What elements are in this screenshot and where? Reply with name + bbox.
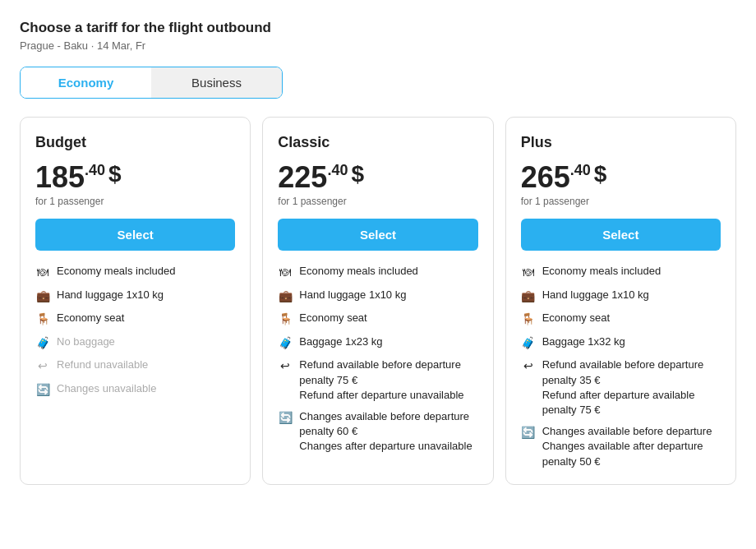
feature-icon: 🔄 [521,425,536,441]
price-main-classic: 225 [278,163,327,192]
price-row-budget: 185.40 $ [35,163,235,192]
feature-icon: 🧳 [521,335,536,352]
feature-text: Economy seat [299,311,477,325]
feature-text: Changes unavailable [57,381,235,396]
feature-text: Refund available before departure penalt… [542,358,721,418]
card-classic: Classic225.40 $for 1 passengerSelect🍽Eco… [262,117,493,485]
price-row-classic: 225.40 $ [278,163,477,192]
price-currency-plus: $ [594,163,607,186]
feature-text: Refund available before departure penalt… [299,358,477,403]
list-item: ↩Refund available before departure penal… [521,358,721,418]
card-plus: Plus265.40 $for 1 passengerSelect🍽Econom… [505,117,736,485]
feature-text: Baggage 1x32 kg [542,334,721,349]
feature-icon: 🍽 [521,265,536,281]
select-button-budget[interactable]: Select [35,219,235,251]
list-item: 🍽Economy meals included [35,264,235,281]
feature-text: Baggage 1x23 kg [299,334,477,349]
page-title: Choose a tariff for the flight outbound [20,20,736,36]
list-item: 🔄Changes unavailable [35,381,235,399]
select-button-classic[interactable]: Select [278,219,477,251]
list-item: 🪑Economy seat [278,311,477,328]
list-item: 🍽Economy meals included [521,264,721,281]
features-list-plus: 🍽Economy meals included💼Hand luggage 1x1… [521,264,721,469]
feature-text: Changes available before departure penal… [299,409,477,454]
feature-icon: ↩ [35,358,50,375]
list-item: 🧳Baggage 1x32 kg [521,334,721,352]
list-item: 🧳No baggage [35,334,235,352]
tab-economy[interactable]: Economy [21,67,151,98]
feature-icon: 💼 [278,288,293,305]
list-item: ↩Refund available before departure penal… [278,358,477,403]
list-item: 💼Hand luggage 1x10 kg [278,288,477,305]
feature-text: Hand luggage 1x10 kg [299,288,477,302]
price-currency-classic: $ [351,163,364,186]
price-main-budget: 185 [35,163,85,192]
price-per-plus: for 1 passenger [521,196,721,207]
list-item: 🔄Changes available before departureChang… [521,424,721,469]
feature-text: Economy meals included [299,264,477,279]
feature-text: No baggage [57,334,235,349]
price-per-classic: for 1 passenger [278,196,477,207]
list-item: 🔄Changes available before departure pena… [278,409,477,454]
price-main-plus: 265 [521,163,570,192]
feature-icon: 🪑 [521,311,536,328]
feature-text: Changes available before departureChange… [542,424,721,469]
feature-text: Economy seat [57,311,235,325]
price-per-budget: for 1 passenger [35,196,235,207]
feature-icon: 🧳 [278,335,293,352]
feature-icon: 🍽 [278,265,293,281]
feature-icon: 💼 [35,288,50,305]
list-item: ↩Refund unavailable [35,358,235,375]
list-item: 🪑Economy seat [521,311,721,328]
features-list-classic: 🍽Economy meals included💼Hand luggage 1x1… [278,264,477,454]
page-subtitle: Prague - Baku · 14 Mar, Fr [20,39,736,52]
price-sup-plus: .40 [570,163,591,179]
list-item: 💼Hand luggage 1x10 kg [35,288,235,305]
feature-text: Hand luggage 1x10 kg [57,288,235,302]
feature-icon: 🔄 [278,410,293,427]
card-title-plus: Plus [521,134,721,151]
tab-bar: Economy Business [20,67,283,99]
list-item: 🪑Economy seat [35,311,235,328]
select-button-plus[interactable]: Select [521,219,721,251]
price-sup-classic: .40 [327,163,348,179]
card-budget: Budget185.40 $for 1 passengerSelect🍽Econ… [20,117,251,485]
list-item: 💼Hand luggage 1x10 kg [521,288,721,305]
feature-icon: 🪑 [35,311,50,328]
feature-text: Economy seat [542,311,721,325]
feature-icon: 💼 [521,288,536,305]
price-sup-budget: .40 [85,163,105,179]
feature-icon: 🔄 [35,382,50,399]
features-list-budget: 🍽Economy meals included💼Hand luggage 1x1… [35,264,235,399]
feature-text: Hand luggage 1x10 kg [542,288,721,302]
feature-icon: 🪑 [278,311,293,328]
feature-icon: 🍽 [35,265,50,281]
feature-icon: ↩ [521,358,536,375]
card-title-classic: Classic [278,134,477,151]
feature-text: Economy meals included [542,264,721,279]
tab-business[interactable]: Business [151,67,282,98]
feature-icon: 🧳 [35,335,50,352]
price-currency-budget: $ [108,163,122,186]
cards-container: Budget185.40 $for 1 passengerSelect🍽Econ… [20,117,736,485]
feature-icon: ↩ [278,358,293,375]
list-item: 🧳Baggage 1x23 kg [278,334,477,352]
price-row-plus: 265.40 $ [521,163,721,192]
card-title-budget: Budget [35,134,235,151]
feature-text: Economy meals included [57,264,235,279]
feature-text: Refund unavailable [57,358,235,372]
list-item: 🍽Economy meals included [278,264,477,281]
